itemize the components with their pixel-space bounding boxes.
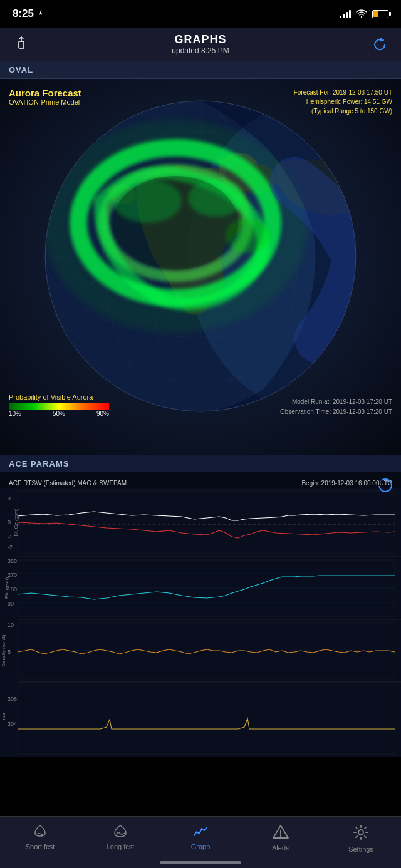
tab-alerts[interactable]: Alerts (241, 822, 321, 854)
svg-text:-2: -2 (8, 544, 13, 550)
tick-10: 10% (9, 410, 21, 417)
refresh-button[interactable] (368, 33, 391, 56)
nav-subtitle: updated 8:25 PM (172, 46, 229, 55)
tick-50: 50% (53, 410, 65, 417)
svg-point-18 (113, 176, 238, 270)
nav-center: GRAPHS updated 8:25 PM (172, 33, 229, 55)
graph-title: ACE RTSW (Estimated) MAG & SWEPAM (9, 480, 127, 487)
probability-legend: Probability of Visible Aurora 10% 50% 90… (9, 393, 109, 417)
graph-header: ACE RTSW (Estimated) MAG & SWEPAM Begin:… (0, 476, 401, 488)
typical-range: (Typical Range 5 to 150 GW) (294, 106, 392, 116)
svg-rect-22 (0, 488, 401, 557)
tab-settings-label: Settings (348, 845, 373, 853)
aurora-title-block: Aurora Forecast OVATION-Prime Model (9, 88, 81, 106)
model-run: Model Run at: 2019-12-03 17:20 UT (280, 397, 392, 407)
svg-text:0: 0 (8, 519, 11, 525)
svg-text:3: 3 (8, 495, 11, 502)
tab-alerts-label: Alerts (272, 844, 289, 852)
nav-title: GRAPHS (172, 33, 229, 46)
short-fcst-icon (31, 824, 49, 840)
alerts-icon (272, 824, 289, 842)
ace-section-header: ACE PARAMS (0, 455, 401, 472)
svg-text:306: 306 (8, 696, 17, 702)
svg-text:5: 5 (8, 649, 11, 655)
oval-section-header: OVAL (0, 61, 401, 79)
tick-90: 90% (96, 410, 109, 417)
forecast-info-block: Forecast For: 2019-12-03 17:50 UT Hemisp… (294, 88, 392, 116)
aurora-map-section: Aurora Forecast OVATION-Prime Model Fore… (0, 79, 401, 455)
prob-label: Probability of Visible Aurora (9, 393, 109, 401)
svg-rect-0 (19, 41, 24, 48)
status-time: 8:25 (13, 8, 44, 20)
tab-short-fcst[interactable]: Short fcst (0, 822, 80, 853)
status-bar: 8:25 (0, 0, 401, 28)
long-fcst-icon (112, 824, 129, 840)
time-display: 8:25 (13, 8, 34, 20)
ace-graphs-area: ACE RTSW (Estimated) MAG & SWEPAM Begin:… (0, 472, 401, 757)
status-icons (340, 9, 388, 18)
svg-text:304: 304 (8, 721, 17, 727)
svg-text:n/a: n/a (1, 713, 6, 720)
tab-long-fcst-label: Long fcst (107, 843, 135, 850)
forecast-for: Forecast For: 2019-12-03 17:50 UT (294, 88, 392, 97)
prob-bar (9, 403, 109, 410)
settings-icon (353, 824, 369, 843)
graph-icon (192, 824, 209, 840)
tab-long-fcst[interactable]: Long fcst (80, 822, 160, 853)
prob-ticks: 10% 50% 90% (9, 410, 109, 417)
model-run-info: Model Run at: 2019-12-03 17:20 UT Observ… (280, 397, 392, 417)
svg-text:270: 270 (8, 572, 17, 578)
globe-container (25, 88, 376, 426)
tab-graph-label: Graph (191, 843, 211, 850)
tab-graph[interactable]: Graph (160, 822, 241, 853)
observation-time: Observation Time: 2019-12-03 17:20 UT (280, 407, 392, 417)
battery-icon (372, 10, 388, 18)
svg-text:Density (/cm3): Density (/cm3) (1, 634, 6, 667)
svg-text:Phi (gsm): Phi (gsm) (4, 577, 9, 599)
tab-short-fcst-label: Short fcst (26, 843, 55, 850)
signal-icon (340, 9, 351, 18)
nav-bar: GRAPHS updated 8:25 PM (0, 28, 401, 61)
tab-bar: Short fcst Long fcst Graph Alerts (0, 816, 401, 868)
location-icon (37, 10, 44, 18)
svg-point-55 (280, 835, 281, 837)
home-indicator (160, 861, 241, 864)
ace-charts: 3 0 -1 -2 Bt, Gz (gsm) 360 (0, 488, 401, 757)
wifi-icon (356, 9, 367, 18)
hemispheric-power: Hemispheric Power: 14.51 GW (294, 97, 392, 106)
svg-text:90: 90 (8, 601, 14, 607)
tab-settings[interactable]: Settings (321, 822, 401, 855)
aurora-title: Aurora Forecast (9, 88, 81, 98)
aurora-model: OVATION-Prime Model (9, 98, 81, 106)
svg-rect-48 (0, 682, 401, 757)
share-button[interactable] (10, 33, 33, 56)
svg-point-56 (358, 830, 363, 835)
graph-refresh-button[interactable] (377, 477, 393, 496)
svg-text:360: 360 (8, 558, 17, 564)
svg-text:10: 10 (8, 622, 14, 628)
svg-text:-1: -1 (8, 534, 13, 540)
